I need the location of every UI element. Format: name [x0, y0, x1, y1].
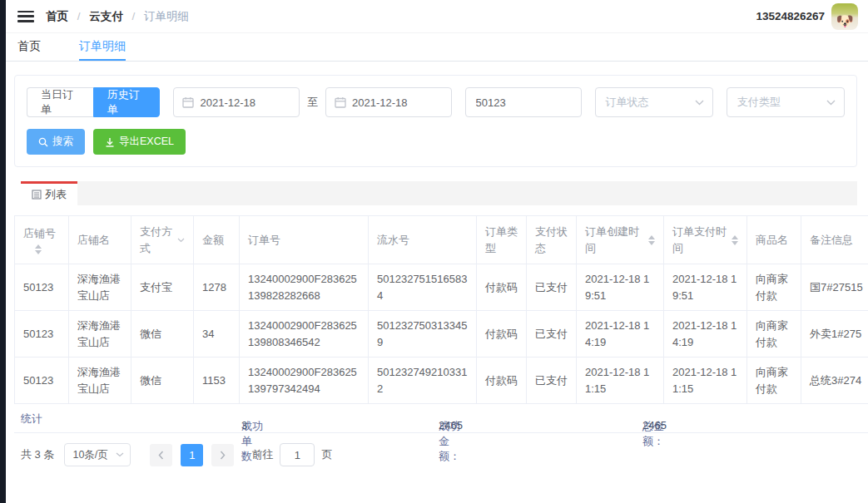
next-page-button[interactable] — [211, 444, 234, 466]
history-orders-button[interactable]: 历史订单 — [93, 87, 161, 117]
col-amount: 金额 — [194, 216, 240, 264]
cell-pay-time: 2021-12-18 19:51 — [664, 264, 747, 311]
cell-pay-status: 已支付 — [527, 311, 577, 358]
page-button-1[interactable]: 1 — [181, 444, 203, 466]
pay-type-placeholder: 支付类型 — [737, 95, 781, 110]
cell-serial-no: 5012327515165834 — [369, 264, 477, 311]
date-to-value: 2021-12-18 — [352, 96, 408, 109]
order-status-placeholder: 订单状态 — [606, 95, 649, 110]
search-icon — [38, 137, 48, 147]
chevron-down-icon — [116, 452, 124, 457]
breadcrumb-cloud-pay[interactable]: 云支付 — [89, 10, 123, 22]
cell-serial-no: 5012327503133459 — [369, 311, 477, 358]
cell-order-type: 付款码 — [477, 264, 527, 311]
date-from-value: 2021-12-18 — [200, 96, 255, 109]
export-excel-button[interactable]: 导出EXCEL — [93, 129, 186, 155]
col-pay-time[interactable]: 订单支付时间 — [664, 216, 747, 264]
list-tab-strip: 列表 — [21, 181, 857, 205]
date-from-picker[interactable]: 2021-12-18 — [173, 87, 300, 117]
user-phone-number: 13524826267 — [756, 10, 825, 22]
breadcrumb-home[interactable]: 首页 — [46, 10, 68, 22]
avatar[interactable]: 🐶 — [831, 3, 858, 30]
cell-product-name: 向商家付款 — [747, 264, 801, 311]
orders-table-wrap: 店铺号 店铺名 支付方式 金额 订单号 流水号 — [14, 215, 868, 404]
shop-number-input[interactable] — [465, 87, 582, 117]
chevron-right-icon — [220, 451, 226, 460]
cell-order-no: 13240002900F283625139808346542 — [240, 311, 369, 358]
cell-remark: 外卖1#275 — [801, 311, 868, 358]
order-status-select[interactable]: 订单状态 — [595, 87, 713, 117]
pay-type-select[interactable]: 支付类型 — [727, 87, 845, 117]
topbar: 首页 / 云支付 / 订单明细 13524826267 🐶 — [6, 0, 868, 33]
cell-pay-method: 微信 — [131, 358, 194, 404]
calendar-icon — [335, 96, 346, 108]
hamburger-menu-icon[interactable] — [17, 11, 34, 22]
cell-order-type: 付款码 — [477, 358, 527, 404]
tab-home[interactable]: 首页 — [17, 33, 41, 61]
col-pay-status: 支付状态 — [527, 216, 577, 264]
today-orders-button[interactable]: 当日订单 — [27, 87, 93, 117]
cell-shop-no: 50123 — [15, 264, 69, 311]
page-unit-label: 页 — [321, 447, 332, 462]
cell-pay-time: 2021-12-18 14:19 — [664, 311, 747, 358]
search-button-label: 搜索 — [52, 135, 73, 149]
page-size-select[interactable]: 10条/页 — [64, 443, 131, 466]
date-to-picker[interactable]: 2021-12-18 — [325, 87, 452, 117]
cell-amount: 1278 — [194, 264, 240, 311]
cell-amount: 1153 — [194, 358, 240, 404]
cell-remark: 国7#27515 — [801, 264, 868, 311]
search-button[interactable]: 搜索 — [27, 129, 85, 155]
sort-icon[interactable] — [35, 244, 42, 254]
sort-icon[interactable] — [648, 235, 655, 245]
tab-order-detail[interactable]: 订单明细 — [79, 33, 126, 61]
breadcrumb-separator: / — [132, 10, 136, 22]
cell-serial-no: 5012327492103312 — [369, 358, 477, 404]
filter-card: 当日订单 历史订单 2021-12-18 至 2021-12-18 订单状态 — [14, 75, 857, 167]
summary-row: 统计 成功单数：3 成功金额：2465 总金额：2465 — [14, 404, 868, 433]
tab-list[interactable]: 列表 — [21, 181, 77, 205]
chevron-down-icon — [695, 100, 704, 106]
list-icon — [32, 190, 42, 200]
order-range-toggle: 当日订单 历史订单 — [27, 87, 160, 117]
app-container: 首页 / 云支付 / 订单明细 13524826267 🐶 首页 订单明细 当日… — [6, 0, 868, 466]
chevron-left-icon — [158, 451, 164, 460]
table-row: 50123 深海渔港宝山店 支付宝 1278 13240002900F28362… — [15, 264, 868, 311]
chevron-down-icon — [826, 100, 836, 106]
tab-bar: 首页 订单明细 — [6, 33, 868, 62]
sort-icon[interactable] — [732, 235, 738, 245]
pagination-total: 共 3 条 — [21, 447, 54, 462]
list-tab-label: 列表 — [45, 187, 67, 202]
breadcrumb-current: 订单明细 — [144, 10, 189, 22]
cell-amount: 34 — [194, 311, 240, 358]
col-shop-name: 店铺名 — [69, 216, 131, 264]
prev-page-button[interactable] — [150, 444, 172, 466]
cell-create-time: 2021-12-18 11:15 — [577, 358, 664, 404]
cell-shop-name: 深海渔港宝山店 — [69, 358, 131, 404]
col-order-type: 订单类型 — [477, 216, 527, 264]
cell-pay-status: 已支付 — [527, 264, 577, 311]
export-button-label: 导出EXCEL — [119, 135, 174, 149]
breadcrumb: 首页 / 云支付 / 订单明细 — [46, 9, 189, 24]
breadcrumb-separator: / — [77, 10, 81, 22]
goto-page-input[interactable] — [280, 443, 315, 466]
col-shop-no[interactable]: 店铺号 — [15, 216, 69, 264]
cell-product-name: 向商家付款 — [747, 358, 801, 404]
col-serial-no: 流水号 — [369, 216, 477, 264]
summary-title: 统计 — [21, 412, 42, 427]
cell-order-no: 13240002900F283625139828282668 — [240, 264, 369, 311]
filter-caret-icon[interactable] — [177, 238, 185, 243]
col-create-time[interactable]: 订单创建时间 — [577, 216, 664, 264]
download-icon — [105, 137, 115, 147]
col-pay-method[interactable]: 支付方式 — [131, 216, 194, 264]
cell-remark: 总统3#274 — [801, 358, 868, 404]
cell-shop-name: 深海渔港宝山店 — [69, 264, 131, 311]
cell-pay-status: 已支付 — [527, 358, 577, 404]
col-remark: 备注信息 — [801, 216, 868, 264]
orders-table: 店铺号 店铺名 支付方式 金额 订单号 流水号 — [14, 215, 868, 404]
cell-pay-method: 支付宝 — [131, 264, 194, 311]
cell-pay-time: 2021-12-18 11:15 — [664, 358, 747, 404]
cell-shop-no: 50123 — [15, 358, 69, 404]
table-header-row: 店铺号 店铺名 支付方式 金额 订单号 流水号 — [15, 216, 868, 264]
table-row: 50123 深海渔港宝山店 微信 34 13240002900F28362513… — [15, 311, 868, 358]
cell-pay-method: 微信 — [131, 311, 194, 358]
